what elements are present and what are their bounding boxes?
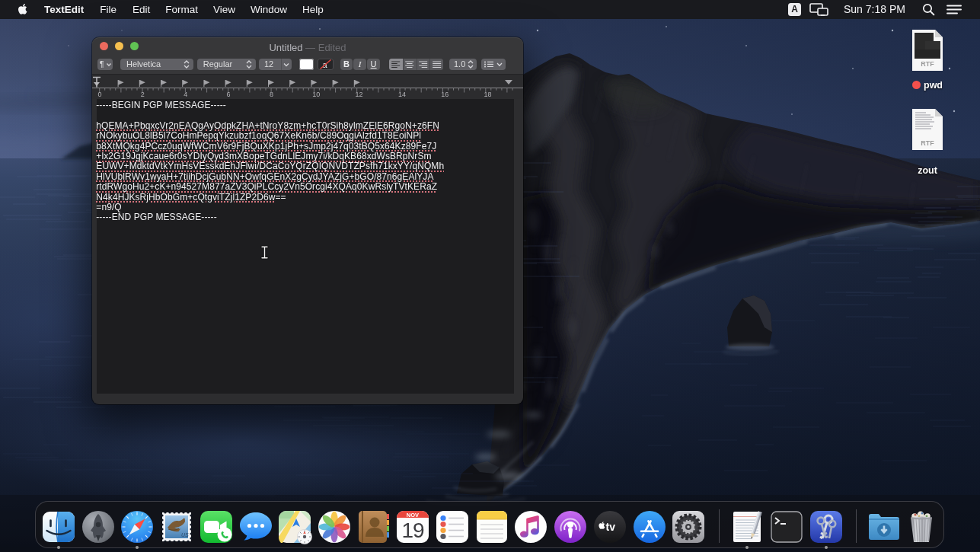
svg-text:19: 19 (402, 518, 425, 542)
svg-text:RTF: RTF (921, 139, 934, 147)
svg-text:NOV: NOV (407, 512, 419, 518)
svg-text:RTF: RTF (921, 60, 934, 68)
svg-text:tv: tv (605, 521, 615, 533)
svg-text:US: US (181, 532, 189, 538)
svg-text:¶: ¶ (100, 60, 104, 69)
